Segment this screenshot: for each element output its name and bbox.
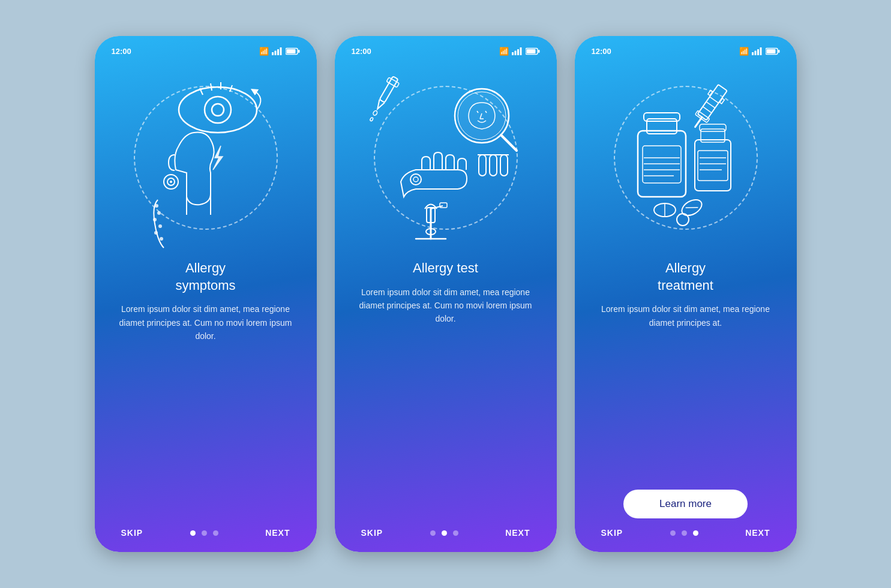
screen-body-1: Lorem ipsum dolor sit dim amet, mea regi… (107, 302, 305, 518)
svg-rect-59 (760, 47, 761, 55)
svg-rect-27 (517, 49, 519, 55)
svg-rect-80 (707, 90, 712, 95)
svg-point-37 (458, 92, 506, 140)
svg-rect-44 (490, 155, 497, 176)
svg-rect-43 (479, 155, 486, 176)
svg-rect-65 (644, 113, 680, 121)
svg-point-48 (413, 177, 418, 182)
svg-point-18 (153, 218, 157, 221)
status-time-2: 12:00 (352, 47, 371, 56)
next-button-1[interactable]: NEXT (265, 528, 290, 538)
svg-rect-56 (752, 52, 754, 55)
svg-rect-1 (274, 51, 276, 56)
svg-rect-74 (698, 151, 728, 181)
wifi-icon: 📶 (259, 47, 269, 56)
svg-point-90 (677, 214, 689, 226)
svg-rect-62 (778, 50, 780, 53)
svg-line-42 (501, 135, 517, 151)
screen-body-2: Lorem ipsum dolor sit dim amet, mea regi… (347, 286, 545, 518)
phone-screen-1: 12:00 📶 (95, 36, 317, 552)
screen-body-3: Lorem ipsum dolor sit dim amet, mea regi… (587, 302, 785, 480)
dot-3-2 (682, 530, 687, 536)
dots-2 (430, 530, 458, 536)
status-icons-3: 📶 (739, 47, 780, 56)
svg-rect-73 (700, 124, 726, 131)
status-icons-1: 📶 (259, 47, 300, 56)
svg-rect-31 (538, 50, 540, 53)
svg-rect-26 (514, 51, 516, 56)
status-icons-2: 📶 (499, 47, 540, 56)
svg-rect-81 (719, 98, 724, 104)
test-illustration (362, 62, 530, 254)
svg-rect-3 (280, 47, 281, 55)
skip-button-2[interactable]: SKIP (361, 528, 383, 538)
dots-3 (670, 530, 698, 536)
svg-rect-45 (500, 155, 508, 176)
learn-more-button[interactable]: Learn more (623, 490, 748, 518)
dot-1-1 (190, 530, 196, 536)
svg-rect-2 (277, 49, 279, 55)
dot-1-2 (202, 530, 207, 536)
status-time-3: 12:00 (592, 47, 611, 56)
svg-rect-5 (286, 49, 295, 53)
treatment-svg (602, 62, 770, 254)
battery-icon-2 (526, 47, 540, 55)
svg-rect-25 (512, 52, 514, 55)
dot-2-3 (453, 530, 458, 536)
dot-3-1 (670, 530, 676, 536)
bottom-nav-3: SKIP NEXT (587, 518, 785, 540)
symptoms-svg (122, 62, 290, 254)
phone-screen-2: 12:00 📶 (335, 36, 557, 552)
svg-rect-70 (643, 146, 681, 183)
svg-line-83 (706, 102, 715, 108)
signal-icon-3 (752, 47, 763, 55)
status-time-1: 12:00 (112, 47, 131, 56)
svg-point-7 (179, 87, 257, 133)
svg-rect-0 (272, 52, 274, 55)
svg-rect-71 (695, 140, 731, 191)
dot-2-1 (430, 530, 436, 536)
svg-point-8 (205, 97, 231, 123)
battery-icon (286, 47, 300, 55)
svg-rect-57 (754, 51, 756, 56)
phone-screen-3: 12:00 📶 (575, 36, 797, 552)
svg-point-21 (160, 237, 163, 241)
svg-point-20 (154, 231, 158, 235)
svg-line-84 (703, 107, 712, 113)
svg-point-17 (157, 211, 161, 215)
bottom-nav-1: SKIP NEXT (107, 518, 305, 540)
next-button-3[interactable]: NEXT (745, 528, 770, 538)
svg-rect-61 (766, 49, 775, 53)
svg-rect-30 (526, 49, 535, 53)
dot-3-3 (693, 530, 698, 536)
svg-point-34 (372, 110, 377, 116)
signal-icon (272, 47, 283, 55)
wifi-icon-2: 📶 (499, 47, 509, 56)
svg-point-16 (155, 204, 158, 208)
treatment-illustration (602, 62, 770, 254)
svg-rect-28 (520, 47, 521, 55)
screen-title-2: Allergy test (413, 260, 478, 277)
status-bar-1: 12:00 📶 (107, 47, 305, 56)
svg-point-24 (170, 181, 172, 183)
svg-point-47 (410, 174, 421, 185)
test-svg (362, 62, 530, 254)
dot-1-3 (213, 530, 218, 536)
screen-title-1: Allergy symptoms (175, 260, 235, 294)
next-button-2[interactable]: NEXT (505, 528, 530, 538)
status-bar-2: 12:00 📶 (347, 47, 545, 56)
screen-title-3: Allergy treatment (658, 260, 713, 294)
battery-icon-3 (766, 47, 780, 55)
status-bar-3: 12:00 📶 (587, 47, 785, 56)
svg-rect-6 (298, 50, 300, 53)
dot-2-2 (442, 530, 447, 536)
svg-rect-58 (757, 49, 759, 55)
dots-1 (190, 530, 218, 536)
svg-line-82 (709, 97, 718, 103)
skip-button-3[interactable]: SKIP (601, 528, 623, 538)
wifi-icon-3: 📶 (739, 47, 749, 56)
skip-button-1[interactable]: SKIP (121, 528, 143, 538)
svg-line-89 (685, 202, 698, 213)
bottom-nav-2: SKIP NEXT (347, 518, 545, 540)
svg-point-35 (370, 117, 373, 121)
